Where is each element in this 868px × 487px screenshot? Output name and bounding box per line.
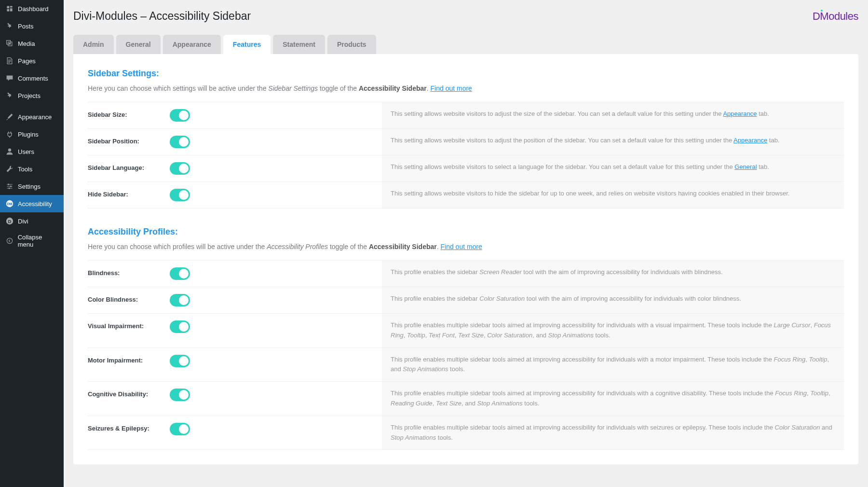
plug-icon bbox=[5, 129, 14, 139]
sidebar-item-label: Settings bbox=[18, 183, 41, 190]
svg-point-1 bbox=[8, 149, 11, 152]
desc-link[interactable]: General bbox=[734, 163, 757, 170]
sidebar-item-settings[interactable]: Settings bbox=[0, 178, 64, 195]
sidebar-item-pages[interactable]: Pages bbox=[0, 52, 64, 70]
profile-label: Seizures & Epilepsy: bbox=[88, 416, 170, 450]
profile-label: Visual Impairment: bbox=[88, 314, 170, 348]
sidebar-item-comments[interactable]: Comments bbox=[0, 70, 64, 87]
profile-description: This profile enables multiple sidebar to… bbox=[382, 382, 844, 416]
setting-label: Sidebar Language: bbox=[88, 155, 170, 182]
user-icon bbox=[5, 147, 14, 156]
setting-label: Sidebar Size: bbox=[88, 102, 170, 129]
sidebar-item-label: Tools bbox=[18, 166, 32, 173]
tab-general[interactable]: General bbox=[116, 35, 161, 54]
svg-text:D: D bbox=[8, 219, 12, 224]
sliders-icon bbox=[5, 181, 14, 191]
profile-row: Seizures & Epilepsy: This profile enable… bbox=[88, 416, 844, 450]
settings-panel: Sidebar Settings: Here you can choose wh… bbox=[73, 54, 858, 464]
toggle-switch[interactable] bbox=[170, 389, 190, 401]
svg-point-4 bbox=[9, 187, 10, 189]
main-content: Divi-Modules – Accessibility Sidebar DMo… bbox=[64, 0, 868, 487]
sidebar-item-label: Appearance bbox=[18, 113, 52, 121]
sidebar-item-appearance[interactable]: Appearance bbox=[0, 108, 64, 125]
sidebar-item-posts[interactable]: Posts bbox=[0, 17, 64, 35]
svg-point-3 bbox=[10, 185, 12, 187]
wrench-icon bbox=[5, 164, 14, 174]
sidebar-item-plugins[interactable]: Plugins bbox=[0, 125, 64, 143]
dm-icon: DM bbox=[5, 199, 14, 209]
profile-description: This profile enables multiple sidebar to… bbox=[382, 314, 844, 348]
sidebar-item-accessibility[interactable]: DM Accessibility bbox=[0, 195, 64, 212]
find-out-more-link[interactable]: Find out more bbox=[431, 84, 472, 92]
sidebar-item-label: Media bbox=[18, 40, 35, 47]
svg-point-9 bbox=[7, 238, 12, 243]
svg-text:DM: DM bbox=[7, 202, 12, 206]
profile-label: Cognitive Disability: bbox=[88, 382, 170, 416]
sidebar-item-label: Users bbox=[18, 148, 34, 155]
collapse-icon bbox=[5, 236, 14, 246]
wp-admin-sidebar: Dashboard Posts Media Pages Comments Pro… bbox=[0, 0, 64, 487]
find-out-more-link[interactable]: Find out more bbox=[441, 243, 482, 250]
sidebar-item-label: Comments bbox=[18, 75, 48, 82]
sidebar-item-label: Accessibility bbox=[18, 200, 52, 208]
sidebar-item-label: Divi bbox=[18, 218, 28, 225]
d-icon: D bbox=[5, 216, 14, 226]
svg-point-0 bbox=[9, 42, 10, 44]
sidebar-item-label: Plugins bbox=[18, 131, 39, 138]
sidebar-item-dashboard[interactable]: Dashboard bbox=[0, 0, 64, 17]
sidebar-item-media[interactable]: Media bbox=[0, 35, 64, 52]
profile-row: Color Blindness: This profile enables th… bbox=[88, 287, 844, 314]
sidebar-item-divi[interactable]: D Divi bbox=[0, 212, 64, 230]
section-heading-sidebar-settings: Sidebar Settings: bbox=[88, 69, 844, 79]
setting-label: Sidebar Position: bbox=[88, 129, 170, 155]
setting-row: Hide Sidebar: This setting allows websit… bbox=[88, 182, 844, 209]
tab-products[interactable]: Products bbox=[327, 35, 376, 54]
sidebar-item-tools[interactable]: Tools bbox=[0, 160, 64, 178]
pages-icon bbox=[5, 56, 14, 66]
toggle-switch[interactable] bbox=[170, 423, 190, 435]
section-intro: Here you can choose which profiles will … bbox=[88, 243, 844, 250]
tab-appearance[interactable]: Appearance bbox=[163, 35, 221, 54]
profile-row: Blindness: This profile enables the side… bbox=[88, 261, 844, 287]
setting-description: This setting allows website visitors to … bbox=[382, 102, 844, 129]
setting-description: This setting allows website visitors to … bbox=[382, 129, 844, 155]
pin-icon bbox=[5, 21, 14, 31]
toggle-switch[interactable] bbox=[170, 355, 190, 367]
sidebar-item-label: Pages bbox=[18, 57, 36, 65]
brand-logo: DModules bbox=[813, 10, 858, 23]
toggle-switch[interactable] bbox=[170, 294, 190, 306]
sidebar-item-label: Posts bbox=[18, 23, 34, 30]
sidebar-item-users[interactable]: Users bbox=[0, 143, 64, 160]
setting-label: Hide Sidebar: bbox=[88, 182, 170, 209]
toggle-switch[interactable] bbox=[170, 162, 190, 175]
sidebar-item-projects[interactable]: Projects bbox=[0, 87, 64, 104]
profile-description: This profile enables the sidebar Color S… bbox=[382, 287, 844, 314]
profile-row: Cognitive Disability: This profile enabl… bbox=[88, 382, 844, 416]
tab-statement[interactable]: Statement bbox=[273, 35, 325, 54]
profile-row: Visual Impairment: This profile enables … bbox=[88, 314, 844, 348]
toggle-switch[interactable] bbox=[170, 267, 190, 280]
section-intro: Here you can choose which settings will … bbox=[88, 84, 844, 92]
sidebar-item-collapse-menu[interactable]: Collapse menu bbox=[0, 230, 64, 252]
toggle-switch[interactable] bbox=[170, 189, 190, 201]
setting-row: Sidebar Position: This setting allows we… bbox=[88, 129, 844, 155]
toggle-switch[interactable] bbox=[170, 109, 190, 122]
toggle-switch[interactable] bbox=[170, 136, 190, 148]
desc-link[interactable]: Appearance bbox=[733, 137, 767, 144]
sidebar-item-label: Projects bbox=[18, 92, 41, 99]
tab-features[interactable]: Features bbox=[223, 35, 271, 54]
profile-label: Motor Impairment: bbox=[88, 348, 170, 382]
brush-icon bbox=[5, 112, 14, 122]
page-title: Divi-Modules – Accessibility Sidebar bbox=[73, 10, 251, 23]
profile-label: Color Blindness: bbox=[88, 287, 170, 314]
dashboard-icon bbox=[5, 4, 14, 14]
profile-description: This profile enables multiple sidebar to… bbox=[382, 416, 844, 450]
tab-admin[interactable]: Admin bbox=[73, 35, 114, 54]
desc-link[interactable]: Appearance bbox=[723, 110, 757, 117]
toggle-switch[interactable] bbox=[170, 320, 190, 333]
section-heading-accessibility-profiles: Accessibility Profiles: bbox=[88, 227, 844, 237]
media-icon bbox=[5, 39, 14, 48]
tabs: AdminGeneralAppearanceFeaturesStatementP… bbox=[73, 35, 858, 54]
comment-icon bbox=[5, 73, 14, 83]
setting-row: Sidebar Language: This setting allows we… bbox=[88, 155, 844, 182]
